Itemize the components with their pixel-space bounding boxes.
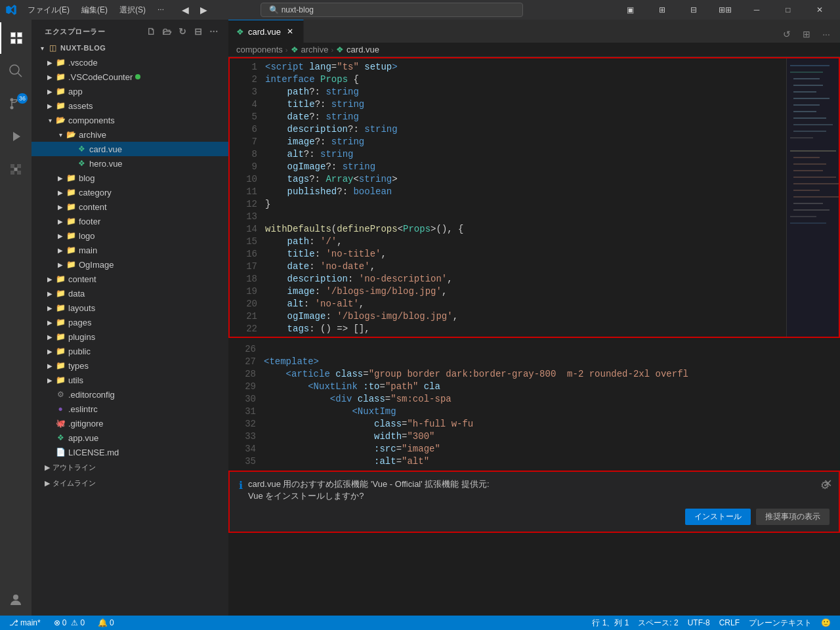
- tree-item-card-vue[interactable]: ▶ ❖ card.vue: [32, 142, 228, 156]
- tab-vue-icon: ❖: [236, 27, 244, 37]
- tree-item-vscodecounter[interactable]: ▶ 📁 .VSCodeCounter: [32, 70, 228, 84]
- tree-item-pages[interactable]: ▶ 📁 pages: [32, 315, 228, 329]
- sidebar-header-icons: 🗋 🗁 ↻ ⊟ ···: [144, 25, 220, 38]
- tree-item-content[interactable]: ▶ 📁 content: [32, 272, 228, 286]
- show-recommendations-button[interactable]: 推奨事項の表示: [756, 509, 830, 525]
- svg-rect-9: [14, 168, 18, 171]
- new-folder-icon[interactable]: 🗁: [160, 25, 173, 38]
- split-editor-right-button[interactable]: ⊞: [798, 26, 815, 43]
- tree-item-layouts[interactable]: ▶ 📁 layouts: [32, 301, 228, 315]
- menu-edit[interactable]: 編集(E): [76, 3, 113, 17]
- sidebar-header: エクスプローラー 🗋 🗁 ↻ ⊟ ···: [32, 20, 228, 41]
- tree-item-blog[interactable]: ▶ 📁 blog: [32, 171, 228, 185]
- lower-code-content[interactable]: <template> <article class="group border …: [261, 341, 840, 468]
- tree-item-category[interactable]: ▶ 📁 category: [32, 185, 228, 200]
- code-line-20: alt: 'no-alt',: [265, 298, 786, 310]
- notification-close-button[interactable]: ✕: [824, 477, 832, 490]
- tree-root[interactable]: ▾ ◫ NUXT-BLOG: [32, 41, 228, 55]
- menu-select[interactable]: 選択(S): [114, 3, 151, 17]
- outline-chevron-icon: ▶: [45, 463, 50, 472]
- language-status[interactable]: プレーンテキスト: [745, 616, 816, 630]
- more-actions-button[interactable]: ···: [818, 26, 835, 43]
- history-button[interactable]: ↺: [778, 26, 795, 43]
- tree-item-license[interactable]: ▶ 📄 LICENSE.md: [32, 445, 228, 459]
- run-activity-icon[interactable]: [0, 121, 32, 152]
- account-icon[interactable]: [0, 584, 32, 616]
- tree-item-content-components[interactable]: ▶ 📁 content: [32, 200, 228, 214]
- spaces-status[interactable]: スペース: 2: [634, 616, 682, 630]
- tree-item-eslintrc[interactable]: ▶ ● .eslintrc: [32, 402, 228, 416]
- line-ending-status[interactable]: CRLF: [715, 616, 744, 630]
- code-content[interactable]: <script lang="ts" setup> interface Props…: [262, 58, 786, 337]
- tree-item-label: public: [68, 346, 91, 356]
- maximize-button[interactable]: □: [773, 0, 803, 20]
- collapse-all-icon[interactable]: ⊟: [192, 25, 205, 38]
- close-button[interactable]: ✕: [805, 0, 835, 20]
- outline-section-header[interactable]: ▶ アウトライン: [32, 459, 228, 475]
- extensions-activity-icon[interactable]: [0, 154, 32, 185]
- refresh-icon[interactable]: ↻: [176, 25, 189, 38]
- feedback-status[interactable]: 🙂: [817, 616, 835, 630]
- split-editor-button[interactable]: ⊞: [647, 0, 677, 20]
- minimize-button[interactable]: ─: [742, 0, 772, 20]
- tree-item-footer[interactable]: ▶ 📁 footer: [32, 214, 228, 228]
- lower-code-section[interactable]: 26 27 28 29 30 31 32 33 34 35 <template>…: [228, 338, 840, 471]
- tree-item-public[interactable]: ▶ 📁 public: [32, 344, 228, 358]
- tree-item-main[interactable]: ▶ 📁 main: [32, 243, 228, 257]
- menu-file[interactable]: ファイル(E): [22, 3, 75, 17]
- svg-rect-22: [793, 131, 826, 132]
- tree-item-label: footer: [79, 217, 100, 226]
- tree-item-archive[interactable]: ▾ 📂 archive: [32, 127, 228, 142]
- layout-toggle-button[interactable]: ▣: [616, 0, 646, 20]
- errors-status[interactable]: ⊗ 0 ⚠ 0: [50, 616, 89, 630]
- tree-item-plugins[interactable]: ▶ 📁 plugins: [32, 329, 228, 344]
- folder-chevron-icon: ▾: [45, 115, 55, 125]
- explorer-activity-icon[interactable]: [0, 22, 32, 54]
- search-activity-icon[interactable]: [0, 55, 32, 87]
- tree-item-components[interactable]: ▾ 📂 components: [32, 113, 228, 127]
- notification-status[interactable]: 🔔 0: [94, 616, 118, 630]
- tree-item-vscode[interactable]: ▶ 📁 .vscode: [32, 55, 228, 70]
- folder-icon: 📁: [66, 201, 76, 212]
- tab-card-vue[interactable]: ❖ card.vue ✕: [228, 20, 304, 43]
- source-control-activity-icon[interactable]: 36: [0, 88, 32, 119]
- customize-layout-button[interactable]: ⊞⊞: [710, 0, 740, 20]
- breadcrumb-card-vue[interactable]: ❖ card.vue: [336, 45, 379, 54]
- tree-item-app[interactable]: ▶ 📁 app: [32, 84, 228, 98]
- tree-item-hero-vue[interactable]: ▶ ❖ hero.vue: [32, 156, 228, 171]
- svg-rect-12: [790, 65, 830, 66]
- search-icon: 🔍: [269, 5, 279, 14]
- tree-item-app-vue[interactable]: ▶ ❖ app.vue: [32, 430, 228, 445]
- back-button[interactable]: ◀: [177, 3, 193, 16]
- panel-toggle-button[interactable]: ⊟: [679, 0, 709, 20]
- encoding-status[interactable]: UTF-8: [684, 616, 714, 630]
- line-number: 9: [230, 161, 257, 173]
- breadcrumb-archive[interactable]: ❖ archive: [291, 45, 329, 54]
- timeline-section-header[interactable]: ▶ タイムライン: [32, 475, 228, 491]
- svg-line-5: [18, 74, 22, 77]
- tree-item-logo[interactable]: ▶ 📁 logo: [32, 228, 228, 243]
- code-editor[interactable]: 1 2 3 4 5 6 7 8 9 10 11 12 13 14 15 16 1…: [228, 57, 840, 338]
- line-col-status[interactable]: 行 1、列 1: [588, 616, 633, 630]
- tree-item-editorconfig[interactable]: ▶ ⚙ .editorconfig: [32, 387, 228, 402]
- new-file-icon[interactable]: 🗋: [144, 25, 158, 38]
- tree-item-assets[interactable]: ▶ 📁 assets: [32, 98, 228, 113]
- git-branch-status[interactable]: ⎇ main*: [5, 616, 45, 630]
- tab-close-button[interactable]: ✕: [285, 26, 295, 37]
- tree-item-ogimage[interactable]: ▶ 📁 OgImage: [32, 257, 228, 272]
- menu-more[interactable]: ···: [152, 3, 169, 17]
- tree-item-gitignore[interactable]: ▶ 🐙 .gitignore: [32, 416, 228, 430]
- tree-item-data[interactable]: ▶ 📁 data: [32, 286, 228, 301]
- install-button[interactable]: インストール: [685, 509, 751, 525]
- account-activity-icon[interactable]: [0, 584, 32, 616]
- code-line-29: <NuxtLink :to="path" cla: [264, 381, 840, 393]
- code-line-30: <div class="sm:col-spa: [264, 393, 840, 406]
- sidebar-more-icon[interactable]: ···: [207, 25, 220, 38]
- search-box[interactable]: 🔍 nuxt-blog: [261, 3, 523, 17]
- forward-button[interactable]: ▶: [196, 3, 211, 16]
- tree-item-types[interactable]: ▶ 📁 types: [32, 358, 228, 373]
- folder-chevron-icon: ▶: [55, 230, 66, 241]
- tree-item-utils[interactable]: ▶ 📁 utils: [32, 373, 228, 387]
- svg-rect-35: [790, 222, 826, 224]
- breadcrumb-components[interactable]: components: [236, 45, 283, 54]
